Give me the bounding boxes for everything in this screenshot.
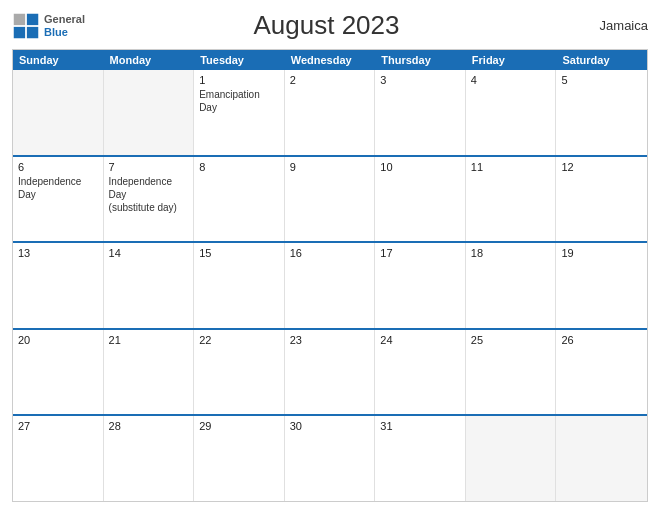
calendar-title: August 2023	[85, 10, 568, 41]
day-cell	[556, 416, 647, 501]
svg-rect-2	[14, 26, 25, 37]
day-cell	[104, 70, 195, 155]
day-number: 3	[380, 74, 460, 86]
day-cell-19: 19	[556, 243, 647, 328]
day-number: 5	[561, 74, 642, 86]
day-cell-7: 7 Independence Day(substitute day)	[104, 157, 195, 242]
day-number: 21	[109, 334, 189, 346]
header-monday: Monday	[104, 50, 195, 70]
logo-text: General Blue	[44, 13, 85, 37]
day-number: 24	[380, 334, 460, 346]
day-cell-1: 1 Emancipation Day	[194, 70, 285, 155]
day-number: 6	[18, 161, 98, 173]
day-cell	[466, 416, 557, 501]
day-number: 18	[471, 247, 551, 259]
week-row-2: 6 Independence Day 7 Independence Day(su…	[13, 155, 647, 242]
logo-general-label: General	[44, 13, 85, 25]
logo: General Blue	[12, 12, 85, 40]
logo-icon	[12, 12, 40, 40]
day-cell-8: 8	[194, 157, 285, 242]
day-cell-21: 21	[104, 330, 195, 415]
day-cell-12: 12	[556, 157, 647, 242]
day-number: 12	[561, 161, 642, 173]
day-number: 23	[290, 334, 370, 346]
header-thursday: Thursday	[375, 50, 466, 70]
day-number: 26	[561, 334, 642, 346]
day-number: 30	[290, 420, 370, 432]
day-number: 28	[109, 420, 189, 432]
day-cell-6: 6 Independence Day	[13, 157, 104, 242]
day-number: 4	[471, 74, 551, 86]
header-sunday: Sunday	[13, 50, 104, 70]
header-tuesday: Tuesday	[194, 50, 285, 70]
day-cell-5: 5	[556, 70, 647, 155]
header-wednesday: Wednesday	[285, 50, 376, 70]
calendar-grid: Sunday Monday Tuesday Wednesday Thursday…	[12, 49, 648, 502]
event-text: Independence Day(substitute day)	[109, 175, 189, 214]
day-number: 8	[199, 161, 279, 173]
week-row-3: 13 14 15 16 17 18 19	[13, 241, 647, 328]
svg-rect-0	[14, 13, 25, 24]
day-cell-31: 31	[375, 416, 466, 501]
day-cell-20: 20	[13, 330, 104, 415]
svg-rect-1	[27, 13, 38, 24]
day-cell-22: 22	[194, 330, 285, 415]
day-cell	[13, 70, 104, 155]
day-cell-11: 11	[466, 157, 557, 242]
day-number: 16	[290, 247, 370, 259]
day-number: 7	[109, 161, 189, 173]
week-row-1: 1 Emancipation Day 2 3 4 5	[13, 70, 647, 155]
day-number: 22	[199, 334, 279, 346]
day-cell-28: 28	[104, 416, 195, 501]
event-text: Emancipation Day	[199, 88, 279, 114]
day-number: 9	[290, 161, 370, 173]
day-number: 27	[18, 420, 98, 432]
day-cell-17: 17	[375, 243, 466, 328]
day-cell-4: 4	[466, 70, 557, 155]
day-number: 19	[561, 247, 642, 259]
day-headers-row: Sunday Monday Tuesday Wednesday Thursday…	[13, 50, 647, 70]
day-cell-3: 3	[375, 70, 466, 155]
day-number: 29	[199, 420, 279, 432]
day-number: 25	[471, 334, 551, 346]
day-cell-26: 26	[556, 330, 647, 415]
day-number: 13	[18, 247, 98, 259]
week-row-4: 20 21 22 23 24 25 26	[13, 328, 647, 415]
day-cell-14: 14	[104, 243, 195, 328]
day-cell-15: 15	[194, 243, 285, 328]
day-number: 15	[199, 247, 279, 259]
day-cell-16: 16	[285, 243, 376, 328]
day-number: 14	[109, 247, 189, 259]
event-text: Independence Day	[18, 175, 98, 201]
day-cell-30: 30	[285, 416, 376, 501]
week-row-5: 27 28 29 30 31	[13, 414, 647, 501]
day-number: 1	[199, 74, 279, 86]
svg-rect-3	[27, 26, 38, 37]
day-cell-27: 27	[13, 416, 104, 501]
weeks-container: 1 Emancipation Day 2 3 4 5 6	[13, 70, 647, 501]
day-number: 20	[18, 334, 98, 346]
day-number: 10	[380, 161, 460, 173]
page-header: General Blue August 2023 Jamaica	[12, 10, 648, 41]
header-friday: Friday	[466, 50, 557, 70]
day-cell-25: 25	[466, 330, 557, 415]
day-cell-18: 18	[466, 243, 557, 328]
day-cell-2: 2	[285, 70, 376, 155]
region-label: Jamaica	[568, 18, 648, 33]
day-number: 2	[290, 74, 370, 86]
day-number: 17	[380, 247, 460, 259]
day-cell-13: 13	[13, 243, 104, 328]
logo-blue-label: Blue	[44, 26, 85, 38]
day-cell-29: 29	[194, 416, 285, 501]
day-cell-10: 10	[375, 157, 466, 242]
header-saturday: Saturday	[556, 50, 647, 70]
calendar-page: General Blue August 2023 Jamaica Sunday …	[0, 0, 660, 510]
day-number: 11	[471, 161, 551, 173]
day-cell-23: 23	[285, 330, 376, 415]
day-number: 31	[380, 420, 460, 432]
day-cell-9: 9	[285, 157, 376, 242]
day-cell-24: 24	[375, 330, 466, 415]
